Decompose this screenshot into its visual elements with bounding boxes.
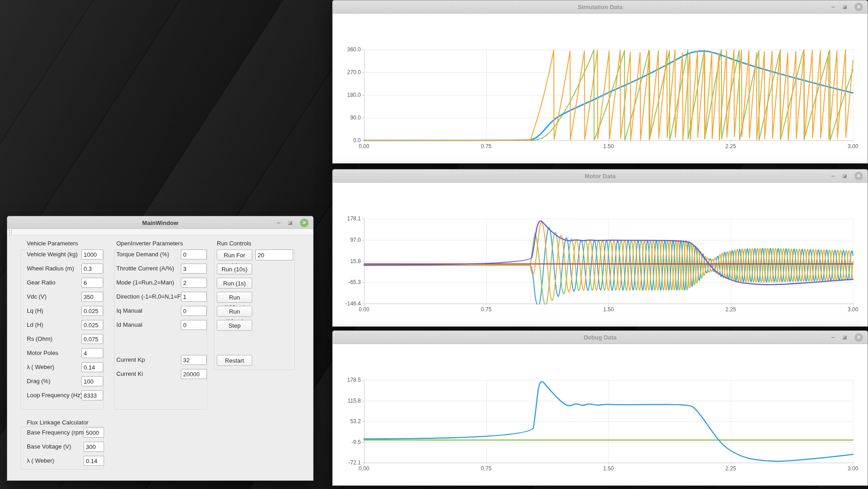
simulation-chart-area: Motor Speed (rpm)Motor Position (degrees… [333,13,868,163]
toolbar-drag-handle-icon[interactable] [9,230,13,235]
field-input-weber[interactable] [84,456,104,466]
group-label-vehicle-parameters: Vehicle Parameters [27,240,78,247]
run-for-s-button[interactable]: Run For (s) [217,249,252,260]
main-toolbar [7,229,313,235]
simulation-chart-canvas [333,13,868,163]
field-label-weber: λ ( Weber) [27,362,54,372]
field-input-vehicle-weight-kg[interactable] [81,249,103,259]
field-label-ld-h: Ld (H) [27,320,43,330]
field-input-weber[interactable] [81,362,103,372]
run-10ms-button[interactable]: Run (10ms) [217,306,252,317]
motor-chart-area: IaIbIcIqId [333,182,868,326]
field-input-lq-h[interactable] [81,306,103,316]
field-input-gear-ratio[interactable] [81,278,103,288]
restore-icon [288,221,292,225]
field-label-torque-demand: Torque Demand (%) [116,249,169,259]
restore-button[interactable] [288,221,292,225]
minimize-icon[interactable]: – [277,220,280,225]
restart-button[interactable]: Restart [217,355,252,366]
field-label-motor-poles: Motor Poles [27,348,58,358]
restore-button[interactable] [843,335,847,339]
field-input-ld-h[interactable] [81,320,103,330]
field-label-lq-h: Lq (H) [27,306,43,316]
minimize-icon[interactable]: – [831,335,835,339]
restore-icon [843,5,847,9]
minimize-icon[interactable]: – [831,174,835,178]
field-input-vdc-v[interactable] [81,292,103,302]
window-title: Motor Data [585,173,616,180]
field-label-gear-ratio: Gear Ratio [27,278,55,288]
field-label-vehicle-weight-kg: Vehicle Weight (kg) [27,249,78,259]
field-input-mode-1-run-2-man[interactable] [181,278,207,288]
run-1s-button[interactable]: Run (1s) [217,278,252,289]
minimize-icon[interactable]: – [831,5,835,9]
field-input-current-ki[interactable] [181,369,207,379]
window-title: Simulation Data [578,4,622,10]
window-title: Debug Data [584,334,616,341]
field-input-loop-frequency-hz[interactable] [81,390,103,400]
restore-button[interactable] [843,5,847,9]
simulation-data-window: Motor Speed (rpm)Motor Position (degrees… [332,0,868,164]
debug-chart-area: IqId [333,344,868,485]
field-label-id-manual: Id Manual [116,320,142,330]
motor-data-window: IaIbIcIqId Motor Data – ✕ [332,169,868,327]
field-input-rs-ohm[interactable] [81,334,103,344]
field-label-mode-1-run-2-man: Mode (1=Run,2=Man) [116,278,174,288]
field-label-wheel-radius-m: Wheel Radius (m) [27,264,74,274]
field-label-loop-frequency-hz: Loop Frequency (Hz) [27,390,82,400]
main-window-body: Vehicle Parameters Vehicle Weight (kg)Wh… [7,216,313,480]
field-label-vdc-v: Vdc (V) [27,292,46,302]
field-label-iq-manual: Iq Manual [116,306,142,316]
group-label-run-controls: Run Controls [217,240,251,247]
run-10s-button[interactable]: Run (10s) [217,264,252,274]
field-label-base-frequency-rpm: Base Frequency (rpm) [27,428,85,438]
group-label-openinverter-parameters: OpenInverter Parameters [116,240,183,247]
field-input-direction-1-r-0-n-1-f[interactable] [181,292,207,302]
run-for-seconds-input[interactable] [255,249,293,260]
debug-chart-canvas [333,344,868,485]
field-input-throttle-current-a[interactable] [181,264,207,274]
close-icon[interactable]: ✕ [854,333,863,342]
window-title: MainWindow [142,220,178,226]
field-input-id-manual[interactable] [181,320,207,330]
restore-button[interactable] [843,174,847,178]
field-input-motor-poles[interactable] [81,348,103,358]
step-button[interactable]: Step [217,320,252,331]
main-titlebar[interactable]: MainWindow – ✕ [7,216,313,230]
group-label-flux-linkage-calculator: Flux Linkage Calculator [27,419,89,426]
field-label-base-voltage-v: Base Voltage (V) [27,442,71,452]
close-icon[interactable]: ✕ [854,3,863,11]
field-label-current-ki: Current Ki [116,369,143,379]
debug-data-window: IqId Debug Data – ✕ [332,330,868,486]
field-input-torque-demand[interactable] [181,249,207,259]
simulation-titlebar[interactable]: Simulation Data – ✕ [333,0,868,14]
field-label-rs-ohm: Rs (Ohm) [27,334,52,344]
field-label-current-kp: Current Kp [116,355,145,365]
field-input-iq-manual[interactable] [181,306,207,316]
motor-titlebar[interactable]: Motor Data – ✕ [333,170,868,183]
debug-titlebar[interactable]: Debug Data – ✕ [333,331,868,344]
field-input-drag[interactable] [81,376,103,386]
field-label-drag: Drag (%) [27,376,50,386]
field-input-current-kp[interactable] [181,355,207,365]
field-input-base-voltage-v[interactable] [84,442,104,452]
field-label-throttle-current-a: Throttle Current (A/%) [116,264,174,274]
field-input-base-frequency-rpm[interactable] [84,428,104,438]
main-window: Vehicle Parameters Vehicle Weight (kg)Wh… [7,216,314,481]
field-label-weber: λ ( Weber) [27,456,54,466]
motor-chart-canvas [333,182,868,326]
field-label-direction-1-r-0-n-1-f: Direction (-1=R,0=N,1=F) [116,292,183,302]
field-input-wheel-radius-m[interactable] [81,264,103,274]
run-100ms-button[interactable]: Run (100ms) [217,292,252,303]
close-icon[interactable]: ✕ [300,219,309,227]
restore-icon [843,335,847,339]
close-icon[interactable]: ✕ [854,172,863,180]
restore-icon [843,174,847,178]
